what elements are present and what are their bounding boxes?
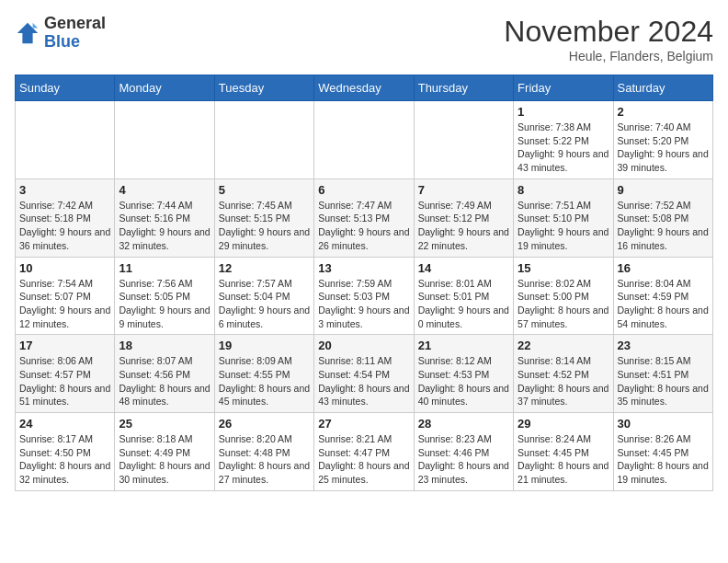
weekday-header-friday: Friday xyxy=(514,75,613,101)
day-cell xyxy=(214,101,313,179)
day-info: Sunrise: 7:59 AM Sunset: 5:03 PM Dayligh… xyxy=(318,277,409,331)
logo-icon xyxy=(15,20,40,46)
day-number: 8 xyxy=(518,183,609,197)
week-row-4: 17Sunrise: 8:06 AM Sunset: 4:57 PM Dayli… xyxy=(16,335,713,413)
day-info: Sunrise: 8:20 AM Sunset: 4:48 PM Dayligh… xyxy=(219,432,310,487)
day-number: 2 xyxy=(618,105,709,119)
weekday-header-row: SundayMondayTuesdayWednesdayThursdayFrid… xyxy=(16,75,713,101)
day-info: Sunrise: 7:52 AM Sunset: 5:08 PM Dayligh… xyxy=(618,199,709,253)
day-number: 25 xyxy=(119,417,210,431)
day-cell xyxy=(414,101,513,179)
week-row-2: 3Sunrise: 7:42 AM Sunset: 5:18 PM Daylig… xyxy=(16,178,713,257)
day-info: Sunrise: 7:57 AM Sunset: 5:04 PM Dayligh… xyxy=(219,277,310,331)
day-cell: 5Sunrise: 7:45 AM Sunset: 5:15 PM Daylig… xyxy=(214,178,313,257)
day-number: 5 xyxy=(219,183,310,197)
day-info: Sunrise: 8:11 AM Sunset: 4:54 PM Dayligh… xyxy=(318,354,409,408)
day-number: 12 xyxy=(219,261,310,275)
day-info: Sunrise: 7:40 AM Sunset: 5:20 PM Dayligh… xyxy=(618,121,709,175)
day-number: 29 xyxy=(518,417,609,431)
day-number: 10 xyxy=(19,261,110,275)
day-info: Sunrise: 8:12 AM Sunset: 4:53 PM Dayligh… xyxy=(418,354,509,408)
day-number: 26 xyxy=(219,417,310,431)
weekday-header-wednesday: Wednesday xyxy=(314,75,414,101)
day-cell: 20Sunrise: 8:11 AM Sunset: 4:54 PM Dayli… xyxy=(314,335,414,413)
day-cell: 19Sunrise: 8:09 AM Sunset: 4:55 PM Dayli… xyxy=(214,335,313,413)
day-info: Sunrise: 7:51 AM Sunset: 5:10 PM Dayligh… xyxy=(518,199,609,253)
day-number: 20 xyxy=(318,339,409,352)
calendar: SundayMondayTuesdayWednesdayThursdayFrid… xyxy=(15,75,713,491)
svg-marker-1 xyxy=(33,23,39,29)
day-cell: 13Sunrise: 7:59 AM Sunset: 5:03 PM Dayli… xyxy=(314,257,414,335)
day-cell: 12Sunrise: 7:57 AM Sunset: 5:04 PM Dayli… xyxy=(214,257,313,335)
month-title: November 2024 xyxy=(504,15,713,49)
day-cell xyxy=(16,101,115,179)
day-cell: 4Sunrise: 7:44 AM Sunset: 5:16 PM Daylig… xyxy=(115,178,214,257)
day-cell: 28Sunrise: 8:23 AM Sunset: 4:46 PM Dayli… xyxy=(414,413,513,491)
day-info: Sunrise: 8:02 AM Sunset: 5:00 PM Dayligh… xyxy=(518,277,609,331)
day-info: Sunrise: 8:21 AM Sunset: 4:47 PM Dayligh… xyxy=(318,432,409,487)
day-cell: 10Sunrise: 7:54 AM Sunset: 5:07 PM Dayli… xyxy=(16,257,115,335)
day-info: Sunrise: 8:04 AM Sunset: 4:59 PM Dayligh… xyxy=(618,277,709,331)
day-info: Sunrise: 7:49 AM Sunset: 5:12 PM Dayligh… xyxy=(418,199,509,253)
day-info: Sunrise: 7:45 AM Sunset: 5:15 PM Dayligh… xyxy=(219,199,310,253)
day-number: 18 xyxy=(119,339,210,352)
day-number: 13 xyxy=(318,261,409,275)
day-cell: 27Sunrise: 8:21 AM Sunset: 4:47 PM Dayli… xyxy=(314,413,414,491)
day-cell: 2Sunrise: 7:40 AM Sunset: 5:20 PM Daylig… xyxy=(613,101,712,179)
day-number: 7 xyxy=(418,183,509,197)
day-info: Sunrise: 8:26 AM Sunset: 4:45 PM Dayligh… xyxy=(618,432,709,487)
day-number: 19 xyxy=(219,339,310,352)
title-area: November 2024 Heule, Flanders, Belgium xyxy=(504,15,713,63)
day-number: 3 xyxy=(19,183,110,197)
day-cell: 23Sunrise: 8:15 AM Sunset: 4:51 PM Dayli… xyxy=(613,335,712,413)
day-info: Sunrise: 7:42 AM Sunset: 5:18 PM Dayligh… xyxy=(19,199,110,253)
day-info: Sunrise: 7:38 AM Sunset: 5:22 PM Dayligh… xyxy=(518,121,609,175)
day-number: 27 xyxy=(318,417,409,431)
day-number: 16 xyxy=(618,261,709,275)
location: Heule, Flanders, Belgium xyxy=(504,49,713,63)
day-cell: 24Sunrise: 8:17 AM Sunset: 4:50 PM Dayli… xyxy=(16,413,115,491)
day-info: Sunrise: 8:01 AM Sunset: 5:01 PM Dayligh… xyxy=(418,277,509,331)
weekday-header-thursday: Thursday xyxy=(414,75,513,101)
day-cell: 26Sunrise: 8:20 AM Sunset: 4:48 PM Dayli… xyxy=(214,413,313,491)
day-info: Sunrise: 7:44 AM Sunset: 5:16 PM Dayligh… xyxy=(119,199,210,253)
day-info: Sunrise: 7:56 AM Sunset: 5:05 PM Dayligh… xyxy=(119,277,210,331)
day-cell: 8Sunrise: 7:51 AM Sunset: 5:10 PM Daylig… xyxy=(514,178,613,257)
day-number: 23 xyxy=(618,339,709,352)
day-cell: 16Sunrise: 8:04 AM Sunset: 4:59 PM Dayli… xyxy=(613,257,712,335)
weekday-header-monday: Monday xyxy=(115,75,214,101)
day-info: Sunrise: 8:09 AM Sunset: 4:55 PM Dayligh… xyxy=(219,354,310,408)
day-number: 9 xyxy=(618,183,709,197)
day-info: Sunrise: 8:18 AM Sunset: 4:49 PM Dayligh… xyxy=(119,432,210,487)
day-info: Sunrise: 7:54 AM Sunset: 5:07 PM Dayligh… xyxy=(19,277,110,331)
day-number: 1 xyxy=(518,105,609,119)
weekday-header-sunday: Sunday xyxy=(16,75,115,101)
day-cell: 6Sunrise: 7:47 AM Sunset: 5:13 PM Daylig… xyxy=(314,178,414,257)
day-info: Sunrise: 8:15 AM Sunset: 4:51 PM Dayligh… xyxy=(618,354,709,408)
logo-blue-text: Blue xyxy=(44,33,106,52)
day-cell: 7Sunrise: 7:49 AM Sunset: 5:12 PM Daylig… xyxy=(414,178,513,257)
day-cell: 30Sunrise: 8:26 AM Sunset: 4:45 PM Dayli… xyxy=(613,413,712,491)
day-cell: 3Sunrise: 7:42 AM Sunset: 5:18 PM Daylig… xyxy=(16,178,115,257)
day-cell: 29Sunrise: 8:24 AM Sunset: 4:45 PM Dayli… xyxy=(514,413,613,491)
day-cell: 9Sunrise: 7:52 AM Sunset: 5:08 PM Daylig… xyxy=(613,178,712,257)
day-info: Sunrise: 8:17 AM Sunset: 4:50 PM Dayligh… xyxy=(19,432,110,487)
day-cell: 15Sunrise: 8:02 AM Sunset: 5:00 PM Dayli… xyxy=(514,257,613,335)
day-cell: 17Sunrise: 8:06 AM Sunset: 4:57 PM Dayli… xyxy=(16,335,115,413)
week-row-5: 24Sunrise: 8:17 AM Sunset: 4:50 PM Dayli… xyxy=(16,413,713,491)
day-info: Sunrise: 8:06 AM Sunset: 4:57 PM Dayligh… xyxy=(19,354,110,408)
day-cell: 25Sunrise: 8:18 AM Sunset: 4:49 PM Dayli… xyxy=(115,413,214,491)
day-cell: 11Sunrise: 7:56 AM Sunset: 5:05 PM Dayli… xyxy=(115,257,214,335)
day-cell: 22Sunrise: 8:14 AM Sunset: 4:52 PM Dayli… xyxy=(514,335,613,413)
day-number: 11 xyxy=(119,261,210,275)
day-number: 17 xyxy=(19,339,110,352)
day-number: 14 xyxy=(418,261,509,275)
week-row-3: 10Sunrise: 7:54 AM Sunset: 5:07 PM Dayli… xyxy=(16,257,713,335)
day-number: 21 xyxy=(418,339,509,352)
day-info: Sunrise: 7:47 AM Sunset: 5:13 PM Dayligh… xyxy=(318,199,409,253)
week-row-1: 1Sunrise: 7:38 AM Sunset: 5:22 PM Daylig… xyxy=(16,101,713,179)
weekday-header-saturday: Saturday xyxy=(613,75,712,101)
day-cell: 1Sunrise: 7:38 AM Sunset: 5:22 PM Daylig… xyxy=(514,101,613,179)
header: General Blue November 2024 Heule, Flande… xyxy=(15,15,713,63)
day-info: Sunrise: 8:24 AM Sunset: 4:45 PM Dayligh… xyxy=(518,432,609,487)
